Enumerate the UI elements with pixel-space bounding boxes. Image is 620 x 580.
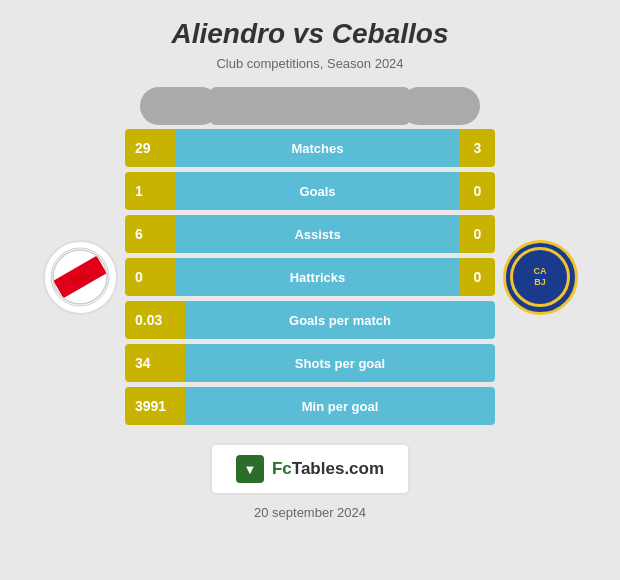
fctables-icon: ▼ <box>236 455 264 483</box>
stat-left-goals: 1 <box>125 172 175 210</box>
svg-text:CAR: CAR <box>70 273 90 283</box>
logo-right-area: CABJ <box>495 240 585 315</box>
stat-row-assists: 6 Assists 0 <box>125 215 495 253</box>
stat-label-shots-per-goal: Shots per goal <box>295 356 385 371</box>
stat-row-min-per-goal: 3991 Min per goal <box>125 387 495 425</box>
stat-left-goals-per-match: 0.03 <box>125 301 185 339</box>
stats-section: 29 Matches 3 1 Goals 0 6 Assists 0 <box>125 129 495 425</box>
stat-row-goals: 1 Goals 0 <box>125 172 495 210</box>
logo-left-area: CAR <box>35 240 125 315</box>
stat-label-min-per-goal: Min per goal <box>302 399 379 414</box>
oval-right <box>400 87 480 125</box>
stat-bar-hattricks: Hattricks <box>175 258 460 296</box>
boca-juniors-logo: CABJ <box>503 240 578 315</box>
oval-left <box>140 87 220 125</box>
page-subtitle: Club competitions, Season 2024 <box>216 56 403 71</box>
stat-label-matches: Matches <box>291 141 343 156</box>
stat-right-assists: 0 <box>460 215 495 253</box>
stat-left-assists: 6 <box>125 215 175 253</box>
stat-bar-assists: Assists <box>175 215 460 253</box>
top-ovals-area <box>10 87 610 125</box>
fctables-banner: ▼ FcTables.com <box>210 443 410 495</box>
stat-label-goals-per-match: Goals per match <box>289 313 391 328</box>
page-container: Aliendro vs Ceballos Club competitions, … <box>0 0 620 580</box>
page-title: Aliendro vs Ceballos <box>172 18 449 50</box>
stat-left-shots-per-goal: 34 <box>125 344 185 382</box>
boca-inner-circle: CABJ <box>510 247 570 307</box>
stat-label-goals: Goals <box>299 184 335 199</box>
fctables-label: FcTables.com <box>272 459 384 479</box>
stat-label-hattricks: Hattricks <box>290 270 346 285</box>
stat-right-goals: 0 <box>460 172 495 210</box>
boca-text: CABJ <box>534 266 547 288</box>
stat-left-min-per-goal: 3991 <box>125 387 185 425</box>
stat-bar-goals: Goals <box>175 172 460 210</box>
stat-label-assists: Assists <box>294 227 340 242</box>
river-plate-logo: CAR <box>43 240 118 315</box>
stat-right-matches: 3 <box>460 129 495 167</box>
stat-left-matches: 29 <box>125 129 175 167</box>
stat-left-hattricks: 0 <box>125 258 175 296</box>
stat-bar-shots-per-goal: Shots per goal <box>185 344 495 382</box>
stat-row-goals-per-match: 0.03 Goals per match <box>125 301 495 339</box>
stat-right-hattricks: 0 <box>460 258 495 296</box>
date-label: 20 september 2024 <box>254 505 366 520</box>
stat-row-matches: 29 Matches 3 <box>125 129 495 167</box>
stat-row-shots-per-goal: 34 Shots per goal <box>125 344 495 382</box>
main-section: CAR 29 Matches 3 1 Goals <box>10 129 610 425</box>
stat-bar-min-per-goal: Min per goal <box>185 387 495 425</box>
stat-row-hattricks: 0 Hattricks 0 <box>125 258 495 296</box>
stat-bar-matches: Matches <box>175 129 460 167</box>
stat-bar-goals-per-match: Goals per match <box>185 301 495 339</box>
